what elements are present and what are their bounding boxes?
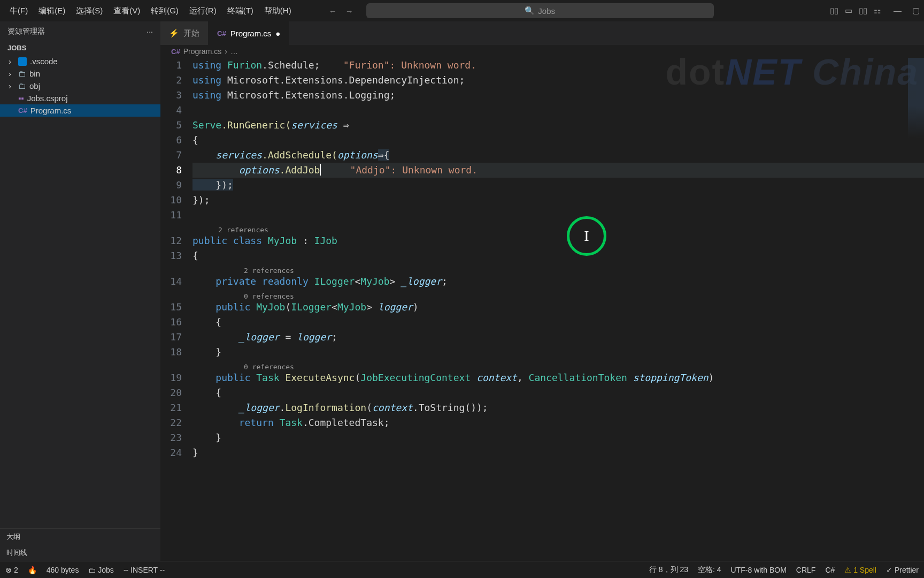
codelens[interactable]: 2 references xyxy=(192,223,924,233)
codelens[interactable]: 2 references xyxy=(192,263,924,274)
menu-select[interactable]: 选择(S) xyxy=(71,4,108,18)
menu-go[interactable]: 转到(G) xyxy=(145,4,184,18)
nav-forward-icon[interactable]: → xyxy=(345,6,353,16)
section-header[interactable]: JOBS xyxy=(0,42,160,54)
chevron-right-icon: › xyxy=(9,69,15,78)
codelens[interactable]: 0 references xyxy=(192,360,924,370)
vscode-icon: ⚡ xyxy=(169,28,179,38)
cs-file-icon: C# xyxy=(217,29,226,37)
layout-sidebar-right-icon[interactable]: ▯▯ xyxy=(857,4,869,18)
status-prettier[interactable]: ✓ Prettier xyxy=(886,566,919,574)
editor-area: dotNET China ⚡ 开始 C# Program.cs ● C# Pro… xyxy=(160,21,924,561)
chevron-right-icon: › xyxy=(9,57,15,66)
menu-run[interactable]: 运行(R) xyxy=(184,4,222,18)
window-minimize-icon[interactable]: — xyxy=(894,6,902,16)
status-vim-mode: -- INSERT -- xyxy=(124,566,165,574)
folder-icon: 🗀 xyxy=(18,81,26,90)
timeline-section[interactable]: 时间线 xyxy=(0,545,160,561)
status-bar: ⊗ 2 🔥 460 bytes 🗀 Jobs -- INSERT -- 行 8，… xyxy=(0,561,924,578)
status-position[interactable]: 行 8，列 23 xyxy=(649,565,688,575)
tab-program[interactable]: C# Program.cs ● xyxy=(209,21,289,45)
folder-icon: 🗀 xyxy=(18,69,26,78)
status-spell[interactable]: ⚠ 1 Spell xyxy=(844,566,876,574)
tab-bar: ⚡ 开始 C# Program.cs ● xyxy=(160,21,924,45)
codelens[interactable]: 0 references xyxy=(192,289,924,300)
code-editor[interactable]: 1 2 3 4 5 6 7 8 9 10 11 12 13 14 15 16 1… xyxy=(160,58,924,561)
search-icon: 🔍 xyxy=(525,6,535,16)
status-bytes[interactable]: 460 bytes xyxy=(47,566,79,574)
tree-file-program[interactable]: C# Program.cs xyxy=(0,104,160,117)
status-indent[interactable]: 空格: 4 xyxy=(698,565,721,575)
tree-file-csproj[interactable]: ▪▪ Jobs.csproj xyxy=(0,92,160,104)
menu-terminal[interactable]: 终端(T) xyxy=(222,4,259,18)
menu-view[interactable]: 查看(V) xyxy=(108,4,145,18)
menu-edit[interactable]: 编辑(E) xyxy=(33,4,71,18)
search-text: Jobs xyxy=(538,6,555,16)
window-maximize-icon[interactable]: ▢ xyxy=(912,6,920,16)
line-gutter: 1 2 3 4 5 6 7 8 9 10 11 12 13 14 15 16 1… xyxy=(160,58,192,561)
tree-folder-bin[interactable]: › 🗀 bin xyxy=(0,67,160,80)
menu-bar: 牛(F) 编辑(E) 选择(S) 查看(V) 转到(G) 运行(R) 终端(T)… xyxy=(0,0,924,21)
chevron-right-icon: › xyxy=(9,81,15,90)
tab-start[interactable]: ⚡ 开始 xyxy=(160,21,209,45)
status-errors-icon[interactable]: ⊗ 2 xyxy=(5,566,18,574)
explorer-title: 资源管理器 xyxy=(7,27,45,36)
nav-back-icon[interactable]: ← xyxy=(329,6,337,16)
tree-folder-vscode[interactable]: › .vscode xyxy=(0,55,160,67)
folder-icon xyxy=(18,57,27,66)
outline-section[interactable]: 大纲 xyxy=(0,529,160,545)
status-flame-icon[interactable]: 🔥 xyxy=(28,566,37,574)
explorer-more-icon[interactable]: ··· xyxy=(147,27,153,36)
status-encoding[interactable]: UTF-8 with BOM xyxy=(731,566,787,574)
breadcrumb[interactable]: C# Program.cs › … xyxy=(160,45,924,58)
tree-folder-obj[interactable]: › 🗀 obj xyxy=(0,80,160,92)
layout-sidebar-left-icon[interactable]: ▯▯ xyxy=(828,4,841,18)
command-center[interactable]: 🔍 Jobs xyxy=(366,3,714,18)
layout-panel-icon[interactable]: ▭ xyxy=(843,4,854,18)
cs-file-icon: C# xyxy=(171,48,180,56)
menu-help[interactable]: 帮助(H) xyxy=(259,4,297,18)
status-branch[interactable]: 🗀 Jobs xyxy=(88,566,113,574)
status-language[interactable]: C# xyxy=(825,566,835,574)
csproj-icon: ▪▪ xyxy=(18,94,24,103)
dirty-dot-icon: ● xyxy=(275,29,280,38)
status-eol[interactable]: CRLF xyxy=(796,566,816,574)
menu-file[interactable]: 牛(F) xyxy=(4,4,33,18)
code-lines[interactable]: using Furion.Schedule; "Furion": Unknown… xyxy=(192,58,924,561)
cs-file-icon: C# xyxy=(18,107,27,115)
layout-customize-icon[interactable]: ⚏ xyxy=(872,4,883,18)
sidebar-explorer: 资源管理器 ··· JOBS › .vscode › 🗀 bin › 🗀 obj… xyxy=(0,21,160,561)
